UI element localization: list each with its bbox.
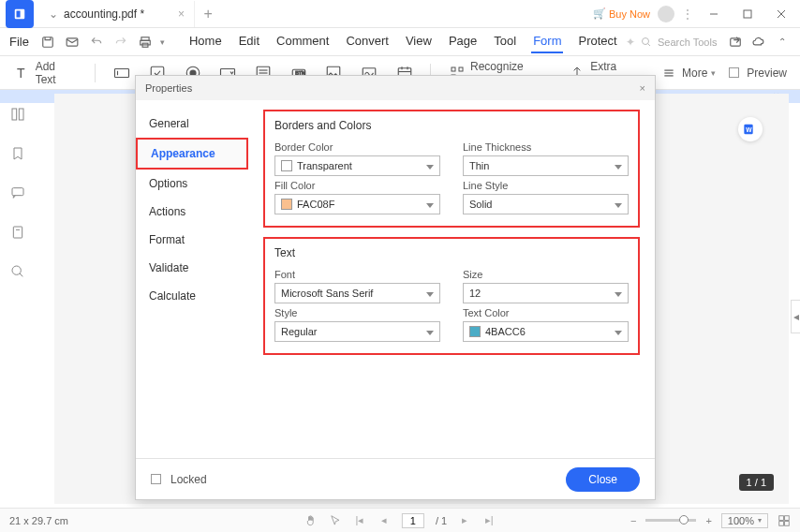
first-page-icon[interactable]: |◂ xyxy=(353,514,366,526)
chevron-down-icon: ▾ xyxy=(711,68,716,78)
font-select[interactable]: Microsoft Sans Serif xyxy=(274,283,440,303)
print-icon[interactable] xyxy=(136,33,155,52)
size-select[interactable]: 12 xyxy=(463,283,629,303)
more-menu-icon[interactable]: ⋮ xyxy=(682,7,693,21)
search-icon[interactable] xyxy=(641,37,652,48)
textfield-icon[interactable] xyxy=(112,64,131,82)
text-color-select[interactable]: 4BACC6 xyxy=(463,321,629,342)
zoom-percent-select[interactable]: 100% ▾ xyxy=(721,513,768,528)
fill-color-select[interactable]: FAC08F xyxy=(274,194,440,214)
menu-edit[interactable]: Edit xyxy=(237,30,261,53)
svg-rect-15 xyxy=(115,68,129,77)
cloud-icon[interactable] xyxy=(751,36,768,49)
document-tab[interactable]: ⌄ accounting.pdf * × xyxy=(39,1,195,27)
svg-text:W: W xyxy=(746,126,752,133)
menu-home[interactable]: Home xyxy=(187,30,224,53)
line-thickness-label: Line Thickness xyxy=(463,141,629,153)
thumbnails-icon[interactable] xyxy=(10,107,27,124)
maximize-button[interactable] xyxy=(734,1,761,27)
save-icon[interactable] xyxy=(38,33,57,52)
hand-tool-icon[interactable] xyxy=(304,514,318,527)
fill-color-swatch xyxy=(281,199,292,210)
undo-icon[interactable] xyxy=(87,33,106,52)
last-page-icon[interactable]: ▸| xyxy=(482,514,496,526)
menu-page[interactable]: Page xyxy=(447,30,479,53)
expand-right-panel-icon[interactable]: ◂ xyxy=(791,300,800,333)
buy-now-link[interactable]: 🛒 Buy Now xyxy=(593,7,650,20)
zoom-in-icon[interactable]: + xyxy=(705,515,711,526)
menu-convert[interactable]: Convert xyxy=(344,30,391,53)
share-icon[interactable] xyxy=(729,36,746,49)
border-color-select[interactable]: Transparent xyxy=(274,155,440,176)
group-title-text: Text xyxy=(274,246,629,259)
tab-actions[interactable]: Actions xyxy=(136,198,248,226)
preview-toggle[interactable]: Preview xyxy=(729,66,787,80)
close-window-button[interactable] xyxy=(768,1,794,27)
panel-close-icon[interactable]: × xyxy=(640,82,645,94)
file-menu[interactable]: File xyxy=(9,35,29,49)
zoom-slider[interactable] xyxy=(645,519,696,522)
properties-panel: Properties × General Appearance Options … xyxy=(135,75,656,500)
svg-rect-41 xyxy=(12,188,23,196)
menu-tool[interactable]: Tool xyxy=(492,30,518,53)
locked-toggle[interactable]: Locked xyxy=(151,473,207,486)
tab-appearance[interactable]: Appearance xyxy=(136,138,248,170)
prev-page-icon[interactable]: ◂ xyxy=(378,514,391,526)
preview-checkbox[interactable] xyxy=(729,67,739,78)
svg-rect-42 xyxy=(13,227,22,238)
collapse-ribbon-icon[interactable]: ⌃ xyxy=(774,37,791,47)
redo-icon[interactable] xyxy=(111,33,130,52)
bookmark-icon[interactable] xyxy=(10,146,27,163)
close-button[interactable]: Close xyxy=(566,467,640,492)
text-color-label: Text Color xyxy=(463,307,629,318)
zoom-out-icon[interactable]: − xyxy=(630,515,636,526)
line-style-select[interactable]: Solid xyxy=(463,194,629,214)
menu-comment[interactable]: Comment xyxy=(274,30,331,53)
minimize-button[interactable] xyxy=(701,1,727,27)
svg-rect-50 xyxy=(779,521,784,525)
text-group: Text Font Microsoft Sans Serif Size 12 xyxy=(263,237,640,355)
print-dropdown-icon[interactable]: ▾ xyxy=(160,37,165,47)
svg-line-45 xyxy=(20,273,22,276)
mail-icon[interactable] xyxy=(63,33,81,52)
wand-icon[interactable]: ✦ xyxy=(626,36,635,49)
tab-close-icon[interactable]: × xyxy=(178,7,185,21)
page-total: / 1 xyxy=(436,515,447,526)
svg-rect-40 xyxy=(19,109,23,120)
app-logo xyxy=(6,0,34,28)
svg-point-11 xyxy=(643,37,649,44)
select-tool-icon[interactable] xyxy=(329,514,342,527)
text-color-swatch xyxy=(469,326,481,337)
menu-protect[interactable]: Protect xyxy=(576,30,618,53)
search-input-placeholder[interactable]: Search Tools xyxy=(658,37,723,48)
add-text-button[interactable]: T Add Text xyxy=(13,60,78,86)
line-thickness-select[interactable]: Thin xyxy=(463,155,629,176)
tab-general[interactable]: General xyxy=(136,110,248,138)
next-page-icon[interactable]: ▸ xyxy=(458,514,471,526)
word-export-badge[interactable]: W xyxy=(738,117,763,141)
svg-rect-34 xyxy=(459,67,463,71)
new-tab-button[interactable]: + xyxy=(195,6,221,22)
svg-rect-51 xyxy=(785,521,790,525)
fit-page-icon[interactable] xyxy=(778,514,791,527)
tab-format[interactable]: Format xyxy=(136,226,248,254)
menu-view[interactable]: View xyxy=(404,30,434,53)
user-avatar[interactable] xyxy=(658,6,674,22)
saved-icon: ⌄ xyxy=(49,7,58,21)
page-number-input[interactable] xyxy=(402,513,424,528)
search-panel-icon[interactable] xyxy=(10,264,27,281)
comment-icon[interactable] xyxy=(10,185,27,202)
locked-checkbox[interactable] xyxy=(151,474,161,484)
cart-icon: 🛒 xyxy=(593,7,606,20)
menu-form[interactable]: Form xyxy=(531,30,563,53)
svg-rect-39 xyxy=(12,109,17,120)
tab-options[interactable]: Options xyxy=(136,170,248,198)
border-color-label: Border Color xyxy=(274,141,440,153)
attachment-icon[interactable] xyxy=(10,225,27,242)
more-button[interactable]: More ▾ xyxy=(659,64,716,82)
toolbar-divider xyxy=(95,64,96,82)
tab-calculate[interactable]: Calculate xyxy=(136,282,248,310)
tab-validate[interactable]: Validate xyxy=(136,254,248,282)
style-select[interactable]: Regular xyxy=(274,321,440,342)
svg-rect-3 xyxy=(744,10,751,18)
